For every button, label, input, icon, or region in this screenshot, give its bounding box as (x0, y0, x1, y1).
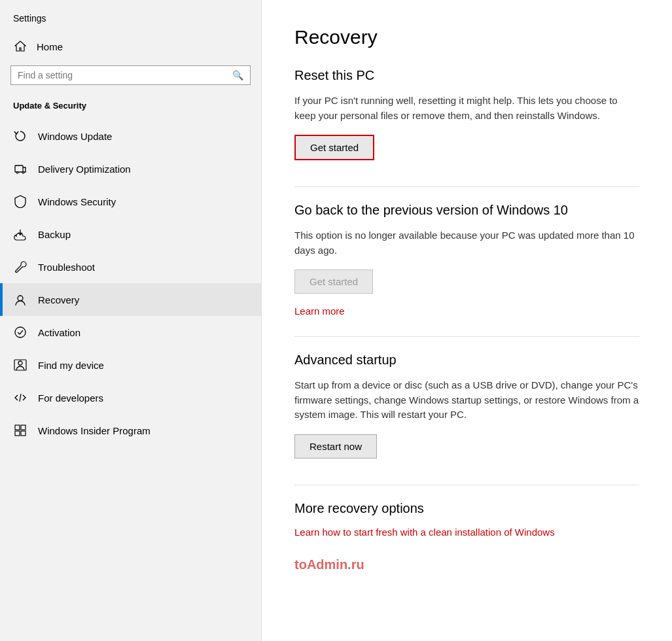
sidebar-item-recovery[interactable]: Recovery (0, 283, 261, 316)
section-reset-pc: Reset this PC If your PC isn't running w… (294, 68, 639, 180)
sidebar-label-windows-update: Windows Update (38, 131, 112, 142)
svg-rect-8 (15, 425, 20, 430)
search-input[interactable] (18, 70, 232, 80)
sidebar-label-find-my-device: Find my device (38, 360, 104, 371)
svg-rect-10 (15, 431, 20, 436)
sidebar-item-windows-security[interactable]: Windows Security (0, 185, 261, 218)
sidebar-item-for-developers[interactable]: For developers (0, 381, 261, 414)
watermark: toAdmin.ru (294, 557, 639, 572)
developers-icon (13, 390, 27, 405)
section-go-back: Go back to the previous version of Windo… (294, 203, 639, 317)
search-icon: 🔍 (232, 70, 243, 80)
recovery-icon (13, 292, 27, 307)
svg-rect-0 (15, 165, 23, 172)
more-recovery-title: More recovery options (294, 501, 639, 516)
sidebar-label-for-developers: For developers (38, 392, 103, 404)
reset-pc-get-started-button[interactable]: Get started (294, 135, 374, 160)
advanced-startup-title: Advanced startup (294, 353, 639, 368)
sidebar-item-troubleshoot[interactable]: Troubleshoot (0, 251, 261, 283)
home-icon (13, 39, 27, 54)
sidebar-item-delivery-optimization[interactable]: Delivery Optimization (0, 152, 261, 185)
section-more-recovery: More recovery options Learn how to start… (294, 501, 639, 572)
sidebar-label-recovery: Recovery (38, 294, 79, 305)
svg-rect-9 (21, 425, 26, 430)
sidebar-label-troubleshoot: Troubleshoot (38, 262, 95, 273)
check-circle-icon (13, 325, 27, 339)
reset-pc-description: If your PC isn't running well, resetting… (294, 94, 639, 123)
go-back-get-started-button: Get started (294, 269, 373, 294)
svg-line-7 (20, 394, 21, 402)
divider-2 (294, 336, 639, 337)
wrench-icon (13, 260, 27, 274)
svg-point-2 (22, 172, 24, 174)
sidebar-label-windows-insider: Windows Insider Program (38, 425, 150, 436)
sidebar-label-delivery-optimization: Delivery Optimization (38, 164, 131, 175)
home-label: Home (37, 41, 63, 52)
advanced-startup-description: Start up from a device or disc (such as … (294, 378, 639, 423)
refresh-icon (13, 129, 27, 143)
sidebar-item-find-my-device[interactable]: Find my device (0, 349, 261, 381)
page-title: Recovery (294, 26, 639, 48)
go-back-learn-more-link[interactable]: Learn more (294, 305, 639, 317)
reset-pc-title: Reset this PC (294, 68, 639, 83)
sidebar-item-windows-update[interactable]: Windows Update (0, 120, 261, 152)
svg-point-5 (18, 361, 22, 365)
svg-point-1 (16, 172, 18, 174)
sidebar-item-home[interactable]: Home (0, 33, 261, 60)
main-content: Recovery Reset this PC If your PC isn't … (262, 0, 672, 641)
insider-icon (13, 423, 27, 438)
go-back-description: This option is no longer available becau… (294, 228, 639, 258)
divider-3 (294, 485, 639, 485)
sidebar-item-backup[interactable]: Backup (0, 218, 261, 251)
go-back-title: Go back to the previous version of Windo… (294, 203, 639, 218)
backup-icon (13, 227, 27, 241)
sidebar-label-activation: Activation (38, 327, 80, 338)
sidebar: Settings Home 🔍 Update & Security Window… (0, 0, 262, 641)
svg-point-3 (18, 296, 23, 301)
section-advanced-startup: Advanced startup Start up from a device … (294, 353, 639, 478)
divider-1 (294, 186, 639, 187)
clean-install-link[interactable]: Learn how to start fresh with a clean in… (294, 527, 639, 538)
svg-point-4 (15, 327, 26, 338)
shield-icon (13, 194, 27, 209)
sidebar-item-windows-insider[interactable]: Windows Insider Program (0, 414, 261, 447)
sidebar-label-backup: Backup (38, 229, 71, 240)
search-box[interactable]: 🔍 (10, 65, 251, 85)
sidebar-label-windows-security: Windows Security (38, 196, 116, 207)
app-title: Settings (0, 0, 261, 33)
section-label: Update & Security (0, 94, 261, 120)
restart-now-button[interactable]: Restart now (294, 434, 377, 459)
sidebar-item-activation[interactable]: Activation (0, 316, 261, 349)
person-pin-icon (13, 358, 27, 372)
svg-rect-11 (21, 431, 26, 436)
delivery-icon (13, 162, 27, 176)
